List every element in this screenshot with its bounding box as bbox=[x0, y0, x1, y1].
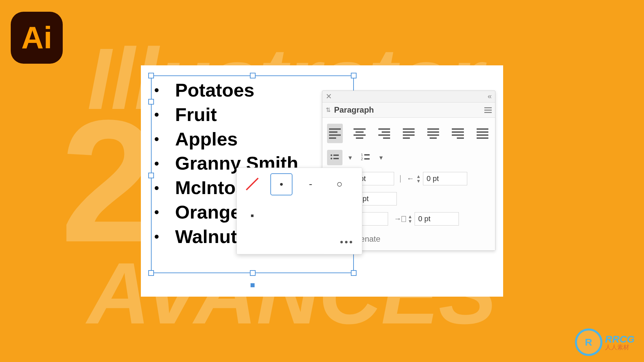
cycle-icon[interactable]: ⇅ bbox=[326, 106, 331, 114]
close-icon[interactable]: ✕ bbox=[326, 92, 332, 101]
svg-rect-1 bbox=[333, 155, 339, 156]
numbered-list-button[interactable]: 12 bbox=[358, 150, 373, 165]
resize-handle-bottom-left[interactable] bbox=[148, 270, 154, 276]
align-left-button[interactable] bbox=[327, 124, 343, 143]
svg-point-0 bbox=[331, 155, 332, 156]
panel-title: Paragraph bbox=[334, 105, 374, 115]
resize-handle-top-middle[interactable] bbox=[250, 73, 256, 78]
bullet-icon: • bbox=[154, 230, 159, 243]
watermark-text: RRCG 人人素材 bbox=[605, 334, 635, 350]
align-center-button[interactable] bbox=[352, 124, 367, 143]
space-after-icon: →⎕ bbox=[394, 215, 406, 223]
bullet-option-none[interactable] bbox=[241, 173, 263, 195]
stepper-icon[interactable]: ▲▼ bbox=[416, 174, 421, 183]
list-item: •Fruit bbox=[154, 103, 351, 127]
bullet-icon: • bbox=[154, 181, 159, 195]
resize-handle-bottom-right[interactable] bbox=[351, 270, 357, 276]
illustrator-app-icon-label: Ai bbox=[21, 20, 52, 55]
collapse-icon[interactable]: « bbox=[488, 92, 492, 101]
flyout-row: ▪ bbox=[241, 205, 357, 226]
svg-text:1: 1 bbox=[361, 153, 363, 157]
resize-handle-bottom-middle[interactable] bbox=[250, 270, 256, 276]
resize-handle-top-left[interactable] bbox=[148, 73, 154, 78]
list-item: •Apples bbox=[154, 127, 351, 152]
bullet-icon: • bbox=[154, 157, 159, 170]
watermark-badge-icon: R bbox=[575, 328, 602, 356]
bulleted-list-button[interactable] bbox=[327, 150, 342, 165]
list-item-label: Apples bbox=[175, 127, 238, 152]
resize-handle-middle-left[interactable] bbox=[148, 173, 154, 178]
justify-last-right-button[interactable] bbox=[450, 124, 466, 143]
space-after-value[interactable]: 0 pt bbox=[415, 212, 459, 226]
bullet-icon: • bbox=[154, 83, 159, 97]
panel-titlebar[interactable]: ✕ « bbox=[322, 91, 495, 103]
justify-last-center-button[interactable] bbox=[425, 124, 441, 143]
right-indent-icon: ⎸← bbox=[400, 174, 414, 183]
panel-menu-icon[interactable] bbox=[484, 107, 492, 113]
bullet-option-dash[interactable]: - bbox=[300, 173, 321, 195]
chevron-down-icon[interactable]: ▾ bbox=[379, 154, 383, 162]
bullet-icon: • bbox=[154, 108, 159, 121]
stage: Illustrator 28 AVANCES Ai •Potatoes •Fru… bbox=[0, 0, 644, 362]
bullet-icon: • bbox=[154, 205, 159, 219]
list-item-label: Fruit bbox=[175, 103, 217, 127]
bullet-style-flyout[interactable]: • - ○ ▪ ••• bbox=[236, 168, 362, 254]
svg-rect-5 bbox=[364, 154, 370, 156]
right-indent-field[interactable]: ⎸← ▲▼ 0 pt bbox=[400, 172, 467, 185]
svg-rect-3 bbox=[333, 158, 339, 159]
alignment-row bbox=[327, 124, 490, 143]
list-item: •Potatoes bbox=[154, 78, 351, 103]
justify-all-button[interactable] bbox=[475, 124, 490, 143]
watermark-line2: 人人素材 bbox=[605, 344, 635, 350]
flyout-row: • - ○ bbox=[241, 173, 357, 195]
chevron-down-icon[interactable]: ▾ bbox=[348, 154, 352, 162]
panel-tab-row: ⇅ Paragraph bbox=[322, 103, 495, 118]
more-options-icon[interactable]: ••• bbox=[337, 235, 357, 249]
text-in-port[interactable] bbox=[148, 99, 154, 105]
watermark: R RRCG 人人素材 bbox=[575, 328, 635, 356]
watermark-line1: RRCG bbox=[605, 334, 635, 344]
bullet-icon: • bbox=[154, 132, 159, 146]
align-right-button[interactable] bbox=[376, 124, 392, 143]
svg-rect-7 bbox=[364, 158, 370, 160]
svg-point-2 bbox=[331, 158, 332, 160]
space-after-field[interactable]: →⎕ ▲▼ 0 pt bbox=[394, 212, 459, 226]
justify-last-left-button[interactable] bbox=[401, 124, 417, 143]
selection-origin-indicator[interactable] bbox=[251, 283, 255, 287]
list-item-label: Potatoes bbox=[175, 78, 255, 103]
svg-text:2: 2 bbox=[361, 157, 363, 161]
bullet-option-square[interactable]: ▪ bbox=[241, 205, 263, 226]
resize-handle-top-right[interactable] bbox=[351, 73, 357, 78]
stepper-icon[interactable]: ▲▼ bbox=[408, 214, 413, 224]
bullet-option-disc[interactable]: • bbox=[270, 173, 292, 195]
list-type-row: ▾ 12 ▾ bbox=[327, 150, 490, 165]
bullet-option-circle[interactable]: ○ bbox=[329, 173, 350, 195]
panel-tab[interactable]: ⇅ Paragraph bbox=[326, 105, 374, 115]
right-indent-value[interactable]: 0 pt bbox=[423, 172, 467, 185]
illustrator-app-icon: Ai bbox=[11, 12, 63, 64]
